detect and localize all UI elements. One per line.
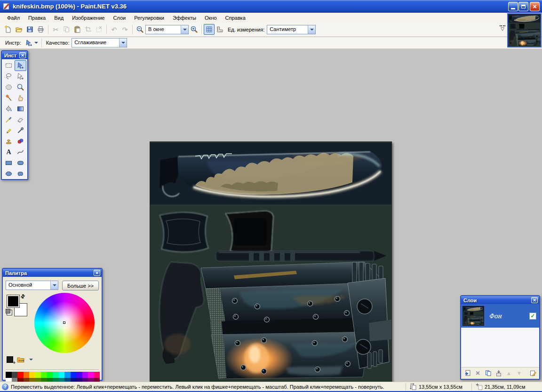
tool-ellipse-select[interactable] (3, 82, 15, 93)
palette-swatch[interactable] (12, 372, 18, 378)
deselect-button[interactable] (94, 24, 104, 35)
tool-lasso-select[interactable] (3, 71, 15, 82)
combobox-arrow-icon[interactable] (181, 25, 188, 34)
close-button[interactable]: ✕ (530, 2, 540, 11)
tool-recolor[interactable] (15, 136, 26, 147)
paste-button[interactable] (72, 24, 83, 35)
palette-swatch[interactable] (76, 372, 82, 378)
palette-swatch[interactable] (17, 372, 24, 378)
palette-swatch[interactable] (94, 372, 100, 378)
palette-swatch[interactable] (47, 372, 53, 378)
grid-toggle-button[interactable] (204, 24, 215, 35)
combobox-arrow-icon[interactable] (119, 39, 127, 47)
palette-manager-icon[interactable] (17, 356, 25, 363)
palette-swatch[interactable] (29, 372, 35, 378)
colors-window-titlebar[interactable]: Палитра ✕ (3, 269, 102, 277)
menu-item-help[interactable]: Справка (221, 14, 250, 22)
zoom-in-button[interactable] (189, 24, 199, 35)
menu-item-layers[interactable]: Слои (109, 14, 130, 22)
menu-item-adjustments[interactable]: Регулировки (130, 14, 168, 22)
tool-freeform-shape[interactable] (15, 168, 26, 179)
save-button[interactable] (24, 24, 35, 35)
move-layer-up-button[interactable]: ▲ (504, 369, 513, 378)
image-list-button[interactable]: ▽ (499, 25, 506, 31)
palette-swatch[interactable] (71, 372, 77, 378)
palette-swatch[interactable] (59, 372, 65, 378)
tool-ellipse[interactable] (3, 168, 15, 179)
layer-visible-checkbox[interactable]: ✓ (529, 313, 536, 320)
open-button[interactable] (14, 24, 24, 35)
tool-paint-bucket[interactable] (3, 103, 15, 114)
menu-item-view[interactable]: Вид (50, 14, 68, 22)
menu-item-image[interactable]: Изображение (68, 14, 109, 22)
new-button[interactable] (3, 24, 14, 35)
current-tool-button[interactable] (24, 38, 40, 48)
menu-item-file[interactable]: Файл (3, 14, 24, 22)
duplicate-layer-button[interactable] (484, 369, 493, 378)
palette-manager-caret[interactable] (29, 359, 33, 361)
palette-swatch[interactable] (35, 372, 41, 378)
image-thumbnail[interactable] (507, 13, 542, 47)
combobox-arrow-icon[interactable] (50, 281, 58, 290)
tool-line-curve[interactable] (15, 147, 26, 157)
tool-gradient[interactable] (15, 103, 26, 114)
restore-button[interactable] (518, 2, 528, 11)
swap-colors-icon[interactable]: ⇄ (19, 293, 27, 300)
tool-text[interactable]: A (3, 147, 15, 157)
units-combobox[interactable]: Сантиметр (267, 25, 316, 34)
layers-window-close-button[interactable]: ✕ (531, 297, 538, 303)
merge-layer-down-button[interactable] (494, 369, 503, 378)
tool-eraser[interactable] (15, 114, 26, 125)
palette-swatch[interactable] (24, 372, 30, 378)
zoom-out-button[interactable] (135, 24, 145, 35)
cut-button[interactable]: ✂ (50, 24, 61, 35)
copy-button[interactable] (61, 24, 72, 35)
palette-swatch[interactable] (6, 372, 12, 378)
tool-rounded-rectangle[interactable] (15, 157, 26, 168)
tool-zoom[interactable] (15, 82, 26, 93)
tools-window-close-button[interactable]: ✕ (19, 52, 26, 58)
tool-move-selection[interactable] (15, 71, 26, 82)
layer-properties-button[interactable] (528, 369, 537, 378)
delete-layer-button[interactable]: ✕ (473, 369, 482, 378)
palette-swatch[interactable] (41, 372, 47, 378)
undo-button[interactable]: ↶ (109, 24, 120, 35)
move-layer-down-button[interactable]: ▼ (515, 369, 524, 378)
primary-color-swatch[interactable] (7, 295, 20, 308)
palette-swatch[interactable] (64, 372, 71, 378)
tool-color-picker[interactable] (15, 125, 26, 136)
color-pair-mode-icon[interactable] (6, 309, 10, 314)
more-options-button[interactable]: Больше >> (62, 281, 99, 290)
redo-button[interactable]: ↷ (120, 24, 130, 35)
palette-swatch[interactable] (88, 372, 94, 378)
print-button[interactable] (35, 24, 46, 35)
tool-rect-select[interactable] (3, 60, 15, 71)
canvas[interactable] (150, 141, 392, 384)
color-wheel[interactable] (34, 293, 95, 353)
add-color-icon[interactable] (7, 356, 13, 363)
tool-pencil[interactable] (3, 125, 15, 136)
ruler-toggle-button[interactable] (215, 24, 225, 35)
menu-item-effects[interactable]: Эффекты (168, 14, 200, 22)
tool-move-pixels[interactable] (15, 60, 26, 71)
palette-swatch[interactable] (82, 372, 88, 378)
colors-window-close-button[interactable]: ✕ (94, 270, 100, 276)
layer-row-background[interactable]: Фон ✓ (461, 304, 539, 328)
tool-magic-wand[interactable] (3, 93, 15, 103)
tool-pan[interactable] (15, 93, 26, 103)
palette-swatch[interactable] (53, 372, 59, 378)
crop-button[interactable] (83, 24, 94, 35)
layers-window-titlebar[interactable]: Слои ✕ (461, 296, 539, 304)
tool-paintbrush[interactable] (3, 114, 15, 125)
menu-item-edit[interactable]: Правка (24, 14, 50, 22)
tool-clone-stamp[interactable] (3, 136, 15, 147)
add-layer-button[interactable] (463, 369, 472, 378)
tool-rectangle[interactable] (3, 157, 15, 168)
menu-item-window[interactable]: Окно (200, 14, 221, 22)
minimize-button[interactable] (508, 2, 518, 11)
quality-combobox[interactable]: Сглаживание (72, 38, 127, 47)
zoom-mode-combobox[interactable]: В окне (145, 25, 189, 34)
tools-window-titlebar[interactable]: Инст ✕ (2, 51, 27, 59)
color-mode-combobox[interactable]: Основной (6, 281, 58, 290)
combobox-arrow-icon[interactable] (308, 25, 315, 34)
